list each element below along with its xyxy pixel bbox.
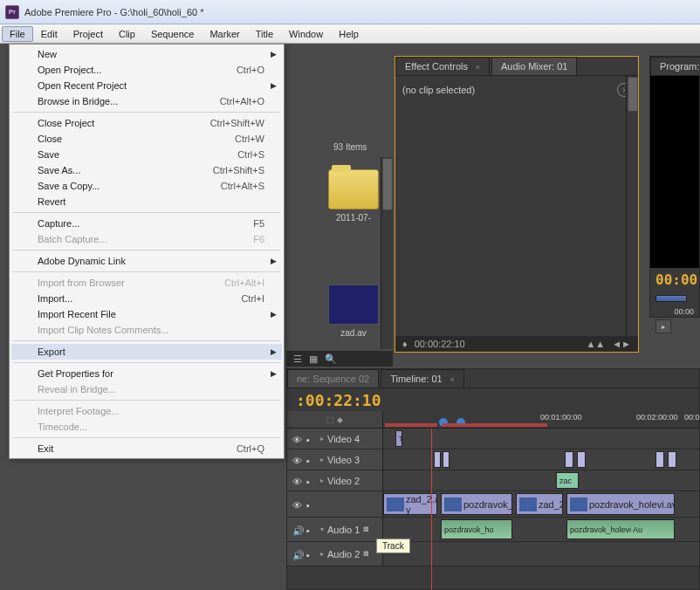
menu-item-import-recent-file[interactable]: Import Recent File▶	[11, 306, 282, 322]
effect-status-bar: ♦ 00:00:22:10 ▲▲ ◄►	[395, 336, 638, 352]
menu-sequence[interactable]: Sequence	[143, 26, 202, 42]
work-area-bar[interactable]	[385, 423, 437, 427]
menu-marker[interactable]: Marker	[202, 26, 247, 42]
clip-video[interactable]	[655, 451, 664, 468]
chevron-right-icon[interactable]: ▸	[320, 456, 324, 463]
lock-icon[interactable]: ▪	[306, 525, 317, 534]
work-area-bar[interactable]	[443, 423, 547, 427]
lock-icon[interactable]: ▪	[306, 456, 317, 464]
chevron-right-icon[interactable]: ▸	[320, 477, 324, 484]
program-mini-ruler[interactable]	[650, 292, 699, 305]
menu-item-adobe-dynamic-link[interactable]: Adobe Dynamic Link▶	[11, 253, 282, 269]
speaker-icon[interactable]: 🔊	[292, 525, 303, 534]
marker-add-icon[interactable]: ◆	[337, 415, 343, 424]
menu-item-save[interactable]: SaveCtrl+S	[11, 147, 282, 162]
menu-edit[interactable]: Edit	[33, 26, 65, 42]
track-header[interactable]: 👁 ▪ ▸ Video 3	[287, 449, 383, 470]
tab-program[interactable]: Program:	[650, 57, 700, 75]
project-scrollbar[interactable]	[381, 157, 393, 349]
clip-video[interactable]	[565, 451, 573, 468]
playhead[interactable]	[431, 429, 432, 590]
track-header[interactable]: 👁 ▪	[287, 491, 383, 517]
view-icon-icon[interactable]: ▦	[309, 353, 318, 365]
eye-icon[interactable]: 👁	[292, 456, 303, 464]
track-header[interactable]: 🔊 ▪ ▾ Audio 1 ⊠	[287, 518, 383, 541]
close-icon[interactable]: ×	[476, 63, 480, 72]
clip-video[interactable]	[434, 451, 441, 468]
menu-item-get-properties-for[interactable]: Get Properties for▶	[11, 366, 282, 381]
effect-controls-content: (no clip selected) ›	[395, 76, 638, 104]
program-timecode-row: 00:00:2	[650, 268, 699, 292]
scroll-thumb[interactable]	[628, 77, 638, 112]
menu-item-export[interactable]: Export▶	[11, 344, 282, 360]
lock-icon[interactable]: ▪	[306, 500, 317, 509]
lock-icon[interactable]: ▪	[306, 550, 317, 559]
menu-item-close[interactable]: CloseCtrl+W	[11, 131, 282, 147]
menu-help[interactable]: Help	[331, 26, 367, 42]
clip-audio[interactable]: pozdravok_ho	[441, 519, 512, 539]
menu-item-browse-in-bridge[interactable]: Browse in Bridge...Ctrl+Alt+O	[11, 93, 282, 109]
menu-item-label: Timecode...	[38, 422, 87, 432]
tab-effect-controls[interactable]: Effect Controls ×	[395, 57, 490, 75]
tab-timeline-01[interactable]: Timeline: 01 ×	[381, 369, 464, 388]
clip-video[interactable]	[577, 451, 586, 468]
zoom-out-icon[interactable]: ▲▲	[586, 339, 605, 349]
submenu-arrow-icon: ▶	[271, 50, 277, 58]
eye-icon[interactable]: 👁	[292, 435, 303, 443]
chevron-right-icon[interactable]: ▸	[320, 435, 324, 442]
menu-item-open-recent-project[interactable]: Open Recent Project▶	[11, 78, 282, 93]
tab-audio-mixer[interactable]: Audio Mixer: 01	[491, 57, 577, 75]
zoom-control-icon[interactable]: ◄►	[612, 339, 631, 349]
menu-shortcut: Ctrl+Alt+I	[224, 278, 264, 288]
clip-zad2b[interactable]: zad_2.av	[516, 493, 563, 515]
clip-pozdravok2[interactable]: pozdravok_holevi.av	[566, 493, 675, 515]
clip-label: pozdravok_ho	[463, 499, 512, 510]
menu-clip[interactable]: Clip	[111, 26, 143, 42]
track-header[interactable]: 👁 ▪ ▸ Video 2	[287, 470, 383, 491]
menu-item-close-project[interactable]: Close ProjectCtrl+Shift+W	[11, 115, 282, 131]
transport-btn[interactable]: ▸	[655, 319, 671, 333]
menu-title[interactable]: Title	[248, 26, 281, 42]
menu-item-open-project[interactable]: Open Project...Ctrl+O	[11, 62, 282, 78]
search-icon[interactable]: 🔍	[325, 353, 337, 365]
clip-audio[interactable]: pozdravok_holevi Au	[566, 519, 675, 539]
menu-item-import[interactable]: Import...Ctrl+I	[11, 291, 282, 306]
bin-folder[interactable]: 2011-07-	[328, 169, 379, 223]
chevron-right-icon[interactable]: ▸	[320, 550, 324, 558]
speaker-icon[interactable]: 🔊	[292, 550, 303, 559]
menu-shortcut: Ctrl+S	[237, 149, 264, 160]
close-icon[interactable]: ×	[450, 375, 454, 384]
menu-project[interactable]: Project	[65, 26, 111, 42]
track-header[interactable]: 🔊 ▪ ▸ Audio 2 ⊠	[287, 542, 383, 566]
timeline-ruler[interactable]: ⬚ ◆ 00:01:00:00 00:02:00:00 00:03:00	[287, 411, 699, 429]
eye-icon[interactable]: 👁	[292, 500, 303, 509]
bin-video-item[interactable]: zad.av	[328, 285, 379, 338]
snap-icon[interactable]: ⬚	[326, 415, 334, 424]
clip-video[interactable]: T	[395, 430, 402, 447]
scroll-thumb[interactable]	[382, 158, 393, 210]
menu-separator	[13, 212, 280, 213]
clip-video[interactable]	[443, 451, 450, 468]
lock-icon[interactable]: ▪	[306, 477, 317, 485]
lock-icon[interactable]: ▪	[306, 435, 317, 443]
clip-pozdravok[interactable]: pozdravok_ho	[441, 493, 512, 515]
chevron-down-icon[interactable]: ▾	[320, 525, 324, 533]
clip-video[interactable]: zac	[556, 472, 579, 489]
menu-item-save-a-copy[interactable]: Save a Copy...Ctrl+Alt+S	[11, 178, 282, 194]
scrollbar-vertical[interactable]	[626, 76, 638, 336]
program-panel: Program: 00:00:2 00:00 ▸	[649, 56, 700, 318]
menu-window[interactable]: Window	[281, 26, 331, 42]
eye-icon[interactable]: 👁	[292, 477, 303, 485]
menu-file[interactable]: File	[2, 26, 33, 42]
clip-video[interactable]	[668, 451, 676, 468]
view-list-icon[interactable]: ☰	[293, 353, 302, 365]
tab-sequence-02[interactable]: ne: Sequence 02	[287, 369, 379, 388]
menu-item-exit[interactable]: ExitCtrl+Q	[11, 441, 282, 456]
mini-ruler-bar[interactable]	[655, 295, 687, 302]
menu-item-save-as[interactable]: Save As...Ctrl+Shift+S	[11, 162, 282, 178]
menu-item-revert[interactable]: Revert	[11, 194, 282, 209]
track-header[interactable]: 👁 ▪ ▸ Video 4	[287, 429, 383, 449]
menu-item-new[interactable]: New▶	[11, 46, 282, 62]
clip-zad2[interactable]: zad_2.avi y	[383, 493, 437, 515]
menu-item-capture[interactable]: Capture...F5	[11, 216, 282, 231]
